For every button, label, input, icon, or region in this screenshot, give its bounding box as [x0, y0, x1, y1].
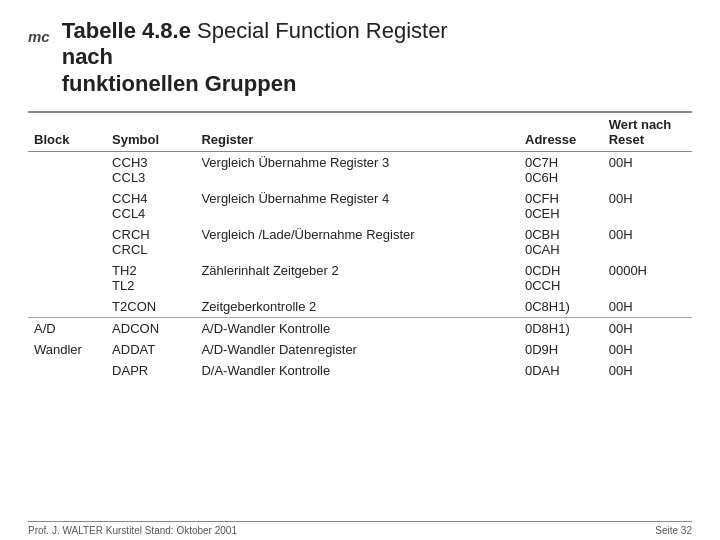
- cell-register: Zeitgeberkontrolle 2: [195, 296, 519, 318]
- table-row: DAPR D/A-Wandler Kontrolle 0DAH 00H: [28, 360, 692, 381]
- cell-symbol: CRCHCRCL: [106, 224, 195, 260]
- cell-adresse: 0DAH: [519, 360, 603, 381]
- col-header-symbol: Symbol: [106, 112, 195, 152]
- cell-register: A/D-Wandler Kontrolle: [195, 318, 519, 340]
- table-row: CRCHCRCL Vergleich /Lade/Übernahme Regis…: [28, 224, 692, 260]
- table-row: T2CON Zeitgeberkontrolle 2 0C8H1) 00H: [28, 296, 692, 318]
- cell-block: [28, 224, 106, 260]
- table-row: TH2TL2 Zählerinhalt Zeitgeber 2 0CDH0CCH…: [28, 260, 692, 296]
- title-normal: Special Function Register: [191, 18, 448, 43]
- cell-block: [28, 360, 106, 381]
- header: mc Tabelle 4.8.e Special Function Regist…: [28, 18, 692, 97]
- cell-wert: 00H: [603, 360, 692, 381]
- cell-adresse: 0D9H: [519, 339, 603, 360]
- cell-wert: 00H: [603, 318, 692, 340]
- cell-block: A/D: [28, 318, 106, 340]
- cell-adresse: 0C8H1): [519, 296, 603, 318]
- cell-register: Vergleich /Lade/Übernahme Register: [195, 224, 519, 260]
- cell-wert: 00H: [603, 188, 692, 224]
- cell-register: Vergleich Übernahme Register 3: [195, 152, 519, 189]
- cell-register: Vergleich Übernahme Register 4: [195, 188, 519, 224]
- title-block: Tabelle 4.8.e Special Function Register …: [62, 18, 448, 97]
- cell-register: D/A-Wandler Kontrolle: [195, 360, 519, 381]
- title-line3: funktionellen Gruppen: [62, 71, 448, 97]
- cell-adresse: 0D8H1): [519, 318, 603, 340]
- page: mc Tabelle 4.8.e Special Function Regist…: [0, 0, 720, 540]
- footer-left: Prof. J. WALTER Kurstitel Stand: Oktober…: [28, 525, 237, 536]
- cell-symbol: TH2TL2: [106, 260, 195, 296]
- cell-register: A/D-Wandler Datenregister: [195, 339, 519, 360]
- title-line1: Tabelle 4.8.e Special Function Register: [62, 18, 448, 44]
- cell-symbol: ADCON: [106, 318, 195, 340]
- cell-block: Wandler: [28, 339, 106, 360]
- main-table: Block Symbol Register Adresse Wert nachR…: [28, 111, 692, 381]
- cell-block: [28, 188, 106, 224]
- cell-adresse: 0C7H0C6H: [519, 152, 603, 189]
- col-header-register: Register: [195, 112, 519, 152]
- footer-right: Seite 32: [655, 525, 692, 536]
- table-row: CCH4CCL4 Vergleich Übernahme Register 4 …: [28, 188, 692, 224]
- table-row: CCH3CCL3 Vergleich Übernahme Register 3 …: [28, 152, 692, 189]
- cell-wert: 00H: [603, 152, 692, 189]
- table-row: Wandler ADDAT A/D-Wandler Datenregister …: [28, 339, 692, 360]
- cell-wert: 00H: [603, 296, 692, 318]
- cell-wert: 00H: [603, 224, 692, 260]
- cell-block: [28, 296, 106, 318]
- col-header-wert: Wert nachReset: [603, 112, 692, 152]
- table-row: A/D ADCON A/D-Wandler Kontrolle 0D8H1) 0…: [28, 318, 692, 340]
- col-header-block: Block: [28, 112, 106, 152]
- title-line2: nach: [62, 44, 448, 70]
- cell-symbol: DAPR: [106, 360, 195, 381]
- cell-symbol: CCH3CCL3: [106, 152, 195, 189]
- cell-register: Zählerinhalt Zeitgeber 2: [195, 260, 519, 296]
- cell-symbol: T2CON: [106, 296, 195, 318]
- cell-adresse: 0CDH0CCH: [519, 260, 603, 296]
- title-bold: Tabelle 4.8.e: [62, 18, 191, 43]
- cell-symbol: ADDAT: [106, 339, 195, 360]
- table-header-row: Block Symbol Register Adresse Wert nachR…: [28, 112, 692, 152]
- cell-symbol: CCH4CCL4: [106, 188, 195, 224]
- cell-block: [28, 152, 106, 189]
- cell-wert: 00H: [603, 339, 692, 360]
- cell-adresse: 0CBH0CAH: [519, 224, 603, 260]
- cell-wert: 0000H: [603, 260, 692, 296]
- cell-adresse: 0CFH0CEH: [519, 188, 603, 224]
- col-header-adresse: Adresse: [519, 112, 603, 152]
- cell-block: [28, 260, 106, 296]
- footer: Prof. J. WALTER Kurstitel Stand: Oktober…: [28, 521, 692, 540]
- mc-label: mc: [28, 28, 50, 45]
